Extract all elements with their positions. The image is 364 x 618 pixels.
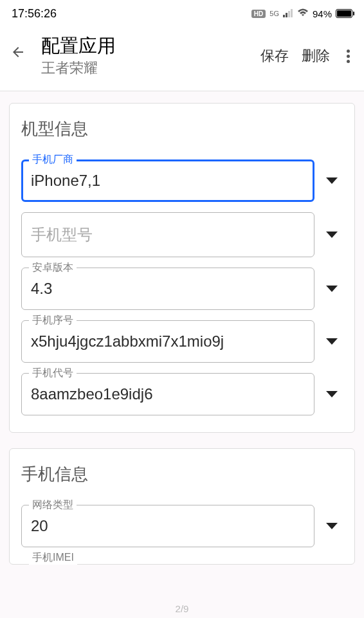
network-label: 5G <box>269 10 279 17</box>
vendor-row: 手机厂商 iPhone7,1 <box>21 159 343 202</box>
android-row: 安卓版本 4.3 <box>21 268 343 310</box>
svg-rect-1 <box>286 13 287 17</box>
codename-row: 手机代号 8aamzbeo1e9idj6 <box>21 373 343 415</box>
serial-dropdown-icon[interactable] <box>326 338 338 345</box>
status-time: 17:56:26 <box>12 7 57 21</box>
vendor-dropdown-icon[interactable] <box>326 177 338 184</box>
content-area: 机型信息 手机厂商 iPhone7,1 手机型号 安卓版本 4.3 手机序号 <box>0 91 364 618</box>
page-indicator: 2/9 <box>176 603 189 614</box>
battery-pct: 94% <box>313 8 332 19</box>
codename-dropdown-icon[interactable] <box>326 391 338 397</box>
imei-label: 手机IMEI <box>29 551 77 565</box>
battery-icon <box>336 9 352 18</box>
delete-button[interactable]: 删除 <box>302 46 330 66</box>
device-info-card: 机型信息 手机厂商 iPhone7,1 手机型号 安卓版本 4.3 手机序号 <box>9 103 355 433</box>
wifi-icon <box>297 8 309 19</box>
serial-label: 手机序号 <box>29 314 77 327</box>
nettype-label: 网络类型 <box>29 498 77 512</box>
model-row: 手机型号 <box>21 212 343 257</box>
codename-label: 手机代号 <box>29 367 77 380</box>
svg-rect-2 <box>288 11 290 17</box>
svg-rect-3 <box>291 9 293 17</box>
app-header: 配置应用 王者荣耀 保存 删除 <box>0 27 364 91</box>
device-info-title: 机型信息 <box>21 118 343 140</box>
page-subtitle: 王者荣耀 <box>41 59 260 78</box>
back-button[interactable] <box>10 44 26 64</box>
status-right: HD 5G 94% <box>251 8 352 19</box>
svg-rect-0 <box>283 15 285 17</box>
nettype-row: 网络类型 20 <box>21 505 343 547</box>
more-menu-button[interactable] <box>343 50 354 63</box>
vendor-label: 手机厂商 <box>29 153 77 167</box>
signal-icon <box>283 8 293 19</box>
status-bar: 17:56:26 HD 5G 94% <box>0 0 364 27</box>
save-button[interactable]: 保存 <box>260 46 289 66</box>
page-title: 配置应用 <box>41 35 260 57</box>
phone-info-title: 手机信息 <box>21 463 343 486</box>
android-label: 安卓版本 <box>29 261 77 275</box>
model-input[interactable]: 手机型号 <box>21 212 314 257</box>
nettype-dropdown-icon[interactable] <box>326 523 338 529</box>
phone-info-card: 手机信息 网络类型 20 手机IMEI <box>9 448 355 565</box>
hd-icon: HD <box>251 10 266 18</box>
model-dropdown-icon[interactable] <box>326 232 338 238</box>
android-dropdown-icon[interactable] <box>326 286 338 292</box>
serial-row: 手机序号 x5hju4jgcz1abbxmi7x1mio9j <box>21 320 343 363</box>
